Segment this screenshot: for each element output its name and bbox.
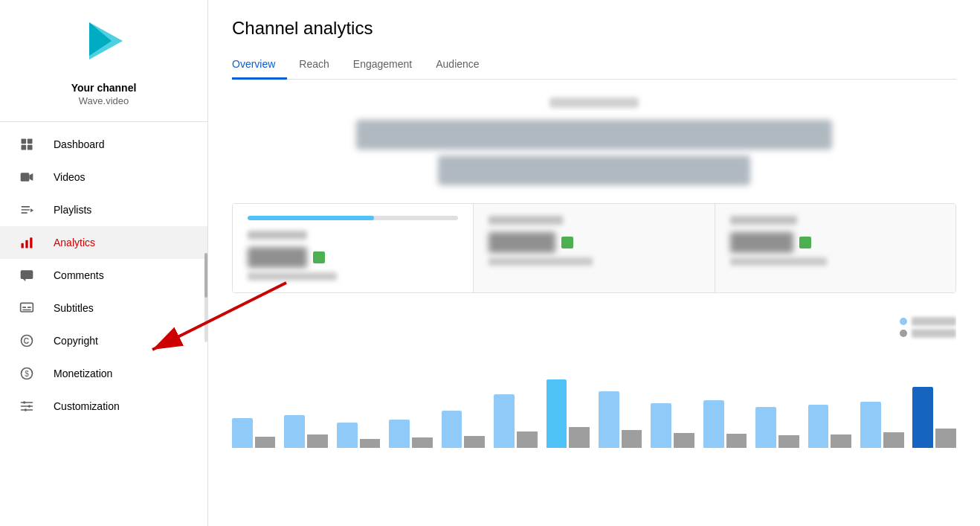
bar-2-gray	[307, 434, 328, 448]
bar-5-blue	[442, 411, 462, 448]
sidebar-item-videos[interactable]: Videos	[0, 161, 207, 193]
bar-group-10	[703, 400, 747, 448]
sidebar: Your channel Wave.video Dashboard	[0, 0, 208, 526]
svg-marker-16	[23, 279, 25, 281]
legend-label-views	[912, 317, 956, 326]
svg-marker-11	[30, 208, 33, 212]
customization-label: Customization	[54, 400, 120, 412]
bar-9-gray	[674, 433, 694, 448]
svg-marker-7	[29, 173, 33, 181]
stat-label-blur-2	[489, 216, 563, 225]
bar-group-13	[860, 402, 903, 448]
stat-value-row-1	[248, 247, 458, 268]
bar-8-gray	[622, 430, 642, 448]
bar-group-12	[808, 405, 851, 448]
tab-overview[interactable]: Overview	[232, 51, 287, 80]
sidebar-item-subtitles[interactable]: Subtitles	[0, 292, 207, 324]
videos-label: Videos	[54, 171, 86, 183]
stat-card-2	[474, 204, 715, 292]
blurred-headline-section	[232, 97, 956, 185]
sidebar-scrollbar[interactable]	[204, 253, 207, 342]
sidebar-item-copyright[interactable]: Copyright	[0, 324, 207, 357]
blurred-tag	[549, 97, 639, 108]
stat-value-blur-2	[489, 232, 555, 253]
bar-group-4	[389, 420, 432, 448]
stat-value-blur-3	[730, 232, 793, 253]
bar-chart	[232, 317, 956, 466]
bar-10-gray	[726, 434, 747, 448]
dashboard-icon	[18, 135, 36, 153]
bar-4-gray	[412, 437, 433, 448]
bar-14-dark	[912, 387, 933, 448]
bar-group-6	[494, 394, 537, 448]
tab-audience[interactable]: Audience	[424, 51, 491, 80]
legend-item-watchtime	[900, 329, 956, 338]
blurred-headline-1	[356, 120, 832, 150]
blurred-headline-2	[438, 155, 750, 185]
copyright-icon	[18, 332, 36, 350]
svg-point-26	[25, 408, 27, 411]
sidebar-item-playlists[interactable]: Playlists	[0, 193, 207, 226]
sidebar-item-monetization[interactable]: $ Monetization	[0, 357, 207, 390]
sidebar-item-analytics[interactable]: Analytics	[0, 226, 207, 259]
bar-group-1	[232, 418, 275, 448]
bar-2-blue	[284, 415, 305, 448]
bar-1-blue	[232, 418, 253, 448]
logo	[78, 15, 130, 82]
stats-row	[232, 203, 956, 293]
svg-point-25	[28, 405, 30, 407]
sidebar-item-dashboard[interactable]: Dashboard	[0, 128, 207, 161]
bar-group-7	[547, 379, 590, 448]
bar-11-blue	[755, 407, 776, 448]
customization-icon	[18, 397, 36, 415]
svg-rect-8	[22, 206, 30, 208]
sidebar-item-customization[interactable]: Customization	[0, 390, 207, 423]
bar-12-blue	[808, 405, 829, 448]
svg-rect-13	[25, 240, 28, 248]
tab-reach[interactable]: Reach	[287, 51, 341, 80]
bar-group-9	[651, 403, 694, 448]
svg-rect-18	[22, 307, 26, 308]
svg-rect-4	[22, 145, 27, 150]
stat-badge-2	[561, 237, 573, 248]
subtitles-icon	[18, 299, 36, 317]
stat-progress-1	[248, 216, 458, 220]
tab-engagement[interactable]: Engagement	[341, 51, 424, 80]
bar-13-blue	[860, 402, 881, 448]
svg-rect-15	[21, 270, 33, 279]
sidebar-item-comments[interactable]: Comments	[0, 259, 207, 292]
stat-badge-3	[799, 237, 811, 248]
comment-icon	[18, 266, 36, 284]
bar-group-14	[912, 387, 955, 448]
stat-value-row-3	[730, 232, 941, 253]
bar-group-8	[599, 391, 642, 448]
subtitles-label: Subtitles	[54, 302, 94, 314]
svg-point-21	[22, 336, 33, 347]
stat-value-blur-1	[248, 247, 307, 268]
bar-8-blue	[599, 391, 619, 448]
legend-item-views	[900, 317, 956, 326]
monetization-icon: $	[18, 365, 36, 382]
bar-group-2	[284, 415, 327, 448]
stat-label-blur-1	[248, 231, 307, 240]
bar-group-3	[337, 423, 380, 448]
chart-legend	[900, 317, 956, 338]
bar-7-gray	[569, 427, 590, 448]
legend-dot-views	[900, 318, 907, 325]
page-title: Channel analytics	[232, 18, 956, 39]
svg-rect-5	[28, 145, 33, 150]
bar-group-5	[442, 411, 485, 448]
bar-10-blue	[703, 400, 724, 448]
sidebar-nav: Dashboard Videos Playlists	[0, 128, 207, 423]
channel-name: Wave.video	[79, 95, 129, 106]
monetization-label: Monetization	[54, 368, 112, 379]
video-icon	[18, 168, 36, 186]
playlists-label: Playlists	[54, 204, 91, 216]
stat-card-1	[233, 204, 474, 292]
analytics-label: Analytics	[54, 237, 95, 248]
tabs-bar: Overview Reach Engagement Audience	[232, 51, 956, 80]
legend-label-watchtime	[912, 329, 956, 338]
bar-1-gray	[255, 437, 276, 448]
sidebar-divider	[0, 121, 207, 122]
svg-rect-14	[30, 237, 32, 248]
